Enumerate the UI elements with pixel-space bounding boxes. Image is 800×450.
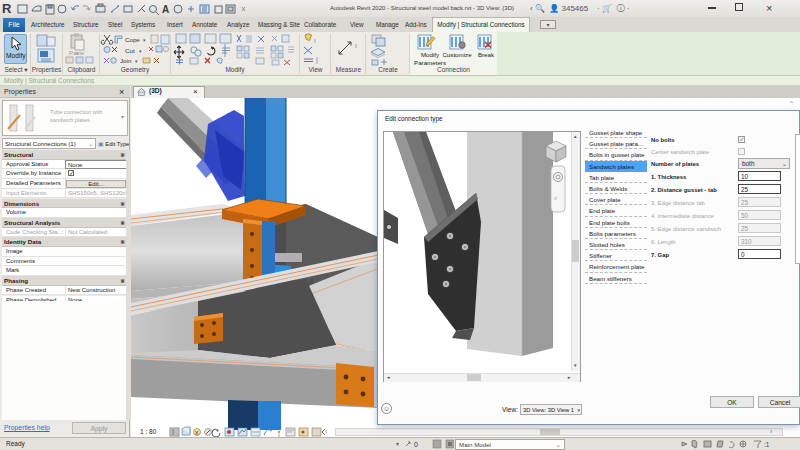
svg-text:▾: ▾ [139, 48, 142, 54]
svg-text:⌕: ⌕ [553, 194, 558, 201]
svg-text:x: x [195, 429, 199, 436]
svg-text:0: 0 [414, 441, 418, 448]
svg-text:Cope: Cope [125, 36, 140, 43]
svg-text::1: :1 [764, 441, 770, 448]
svg-text:▾: ▾ [143, 37, 146, 43]
svg-text:A: A [162, 4, 169, 15]
svg-text:Paste: Paste [69, 50, 85, 56]
svg-text:▾: ▾ [135, 58, 138, 64]
svg-text:Cut: Cut [125, 47, 135, 54]
svg-text:Join: Join [120, 57, 132, 64]
